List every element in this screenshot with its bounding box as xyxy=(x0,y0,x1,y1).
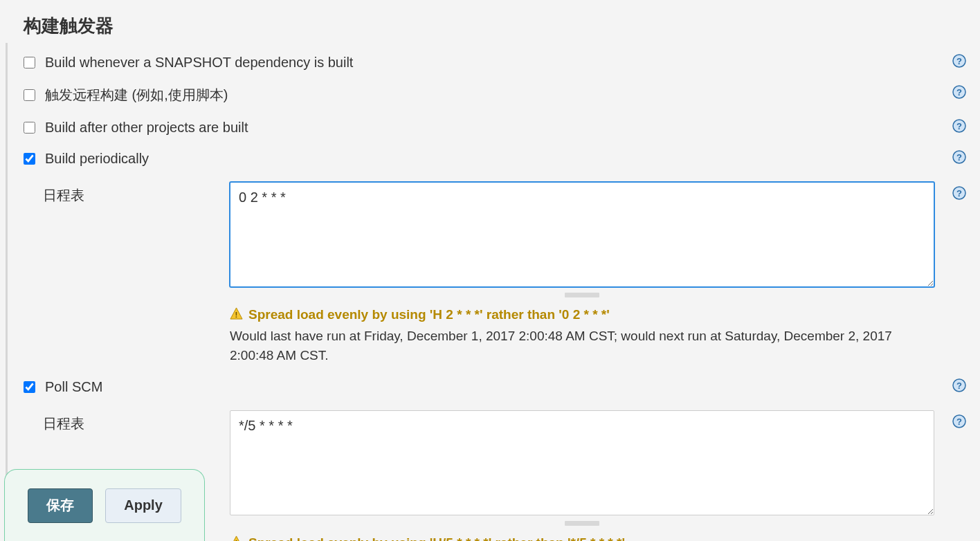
build-triggers-form: Build whenever a SNAPSHOT dependency is … xyxy=(24,55,966,541)
trigger-periodic-checkbox[interactable] xyxy=(24,153,35,165)
svg-text:?: ? xyxy=(956,380,962,391)
resize-handle[interactable] xyxy=(565,521,599,526)
periodic-schedule-block: 日程表 ! Spread load evenly by using 'H 2 *… xyxy=(24,182,966,365)
periodic-schedule-textarea[interactable] xyxy=(230,182,934,287)
help-icon[interactable]: ? xyxy=(952,414,966,428)
save-button[interactable]: 保存 xyxy=(28,488,93,523)
svg-text:?: ? xyxy=(956,121,962,131)
trigger-row-remote: 触发远程构建 (例如,使用脚本) ? xyxy=(24,86,966,104)
periodic-warning-line: ! Spread load evenly by using 'H 2 * * *… xyxy=(230,306,934,324)
help-icon[interactable]: ? xyxy=(952,85,966,99)
section-left-border xyxy=(6,43,8,541)
trigger-row-periodic: Build periodically ? xyxy=(24,151,966,167)
trigger-pollscm-label: Poll SCM xyxy=(45,379,102,395)
trigger-periodic-label: Build periodically xyxy=(45,151,149,167)
trigger-row-after: Build after other projects are built ? xyxy=(24,120,966,136)
trigger-remote-label: 触发远程构建 (例如,使用脚本) xyxy=(45,86,228,104)
trigger-snapshot-label: Build whenever a SNAPSHOT dependency is … xyxy=(45,55,353,71)
help-icon[interactable]: ? xyxy=(952,150,966,164)
pollscm-warning-text: Spread load evenly by using 'H/5 * * * *… xyxy=(248,534,625,541)
trigger-pollscm-checkbox[interactable] xyxy=(24,381,35,393)
svg-text:?: ? xyxy=(956,87,962,98)
apply-button[interactable]: Apply xyxy=(105,488,181,523)
resize-handle[interactable] xyxy=(565,293,599,297)
trigger-row-pollscm: Poll SCM ? xyxy=(24,379,966,395)
help-icon[interactable]: ? xyxy=(952,119,966,133)
trigger-snapshot-checkbox[interactable] xyxy=(24,57,35,68)
trigger-after-label: Build after other projects are built xyxy=(45,120,248,136)
periodic-warning-text: Spread load evenly by using 'H 2 * * *' … xyxy=(248,306,610,324)
svg-text:!: ! xyxy=(235,311,238,319)
svg-text:?: ? xyxy=(956,416,962,427)
help-icon[interactable]: ? xyxy=(952,378,966,392)
periodic-info-text: Would last have run at Friday, December … xyxy=(230,327,934,365)
pollscm-warning-line: ! Spread load evenly by using 'H/5 * * *… xyxy=(230,534,934,541)
warn-icon: ! xyxy=(230,535,243,541)
pollscm-schedule-textarea[interactable] xyxy=(230,410,934,515)
help-icon[interactable]: ? xyxy=(952,186,966,200)
svg-text:?: ? xyxy=(956,152,962,163)
trigger-after-checkbox[interactable] xyxy=(24,122,35,134)
warn-icon: ! xyxy=(230,307,243,320)
trigger-row-snapshot: Build whenever a SNAPSHOT dependency is … xyxy=(24,55,966,71)
trigger-remote-checkbox[interactable] xyxy=(24,89,35,101)
button-tray: 保存 Apply xyxy=(4,469,205,541)
svg-text:?: ? xyxy=(956,56,962,66)
help-icon[interactable]: ? xyxy=(952,54,966,68)
periodic-schedule-label: 日程表 xyxy=(24,182,230,365)
svg-text:?: ? xyxy=(956,188,962,199)
section-title: 构建触发器 xyxy=(24,14,966,38)
